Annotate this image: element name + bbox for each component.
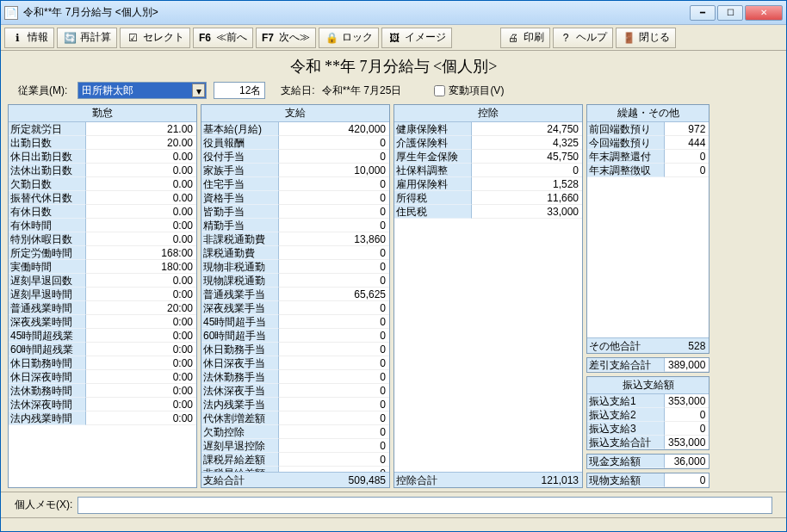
payment-value[interactable]: 420,000 [279, 122, 389, 136]
payment-value[interactable]: 0 [279, 453, 389, 467]
deduction-value[interactable]: 0 [472, 164, 582, 177]
payment-label: 普通残業手当 [201, 288, 279, 301]
payment-row: 家族手当10,000 [201, 164, 389, 177]
help-button[interactable]: ?ヘルプ [553, 28, 613, 48]
memo-input[interactable] [77, 497, 772, 514]
carryover-value[interactable]: 0 [665, 164, 709, 177]
variable-checkbox[interactable] [434, 85, 445, 96]
carryover-label: 年末調整還付 [587, 150, 665, 164]
payment-value[interactable]: 0 [279, 329, 389, 343]
attendance-value[interactable]: 0:00 [86, 398, 196, 411]
payment-value[interactable]: 65,625 [279, 288, 389, 301]
payment-label: 法休深夜手当 [201, 384, 279, 398]
attendance-value[interactable]: 0:00 [86, 356, 196, 370]
payment-value[interactable]: 0 [279, 315, 389, 329]
payment-value[interactable]: 0 [279, 150, 389, 164]
attendance-value[interactable]: 0.00 [86, 150, 196, 164]
payment-value[interactable]: 0 [279, 356, 389, 370]
maximize-button[interactable]: ☐ [717, 5, 743, 21]
deduction-value[interactable]: 11,660 [472, 191, 582, 205]
titlebar: 📄 令和**年 7月分給与 <個人別> ━ ☐ ✕ [1, 1, 786, 25]
payment-value[interactable]: 0 [279, 260, 389, 274]
payment-value[interactable]: 0 [279, 246, 389, 260]
deduction-header: 控除 [394, 105, 582, 122]
transfer-value[interactable]: 0 [665, 422, 709, 436]
deduction-value[interactable]: 4,325 [472, 136, 582, 150]
payment-value[interactable]: 0 [279, 439, 389, 453]
attendance-value[interactable]: 0.00 [86, 191, 196, 205]
app-window: 📄 令和**年 7月分給与 <個人別> ━ ☐ ✕ ℹ情報 🔄再計算 ☑セレクト… [0, 0, 787, 532]
carryover-value[interactable]: 0 [665, 150, 709, 164]
payment-value[interactable]: 0 [279, 411, 389, 425]
attendance-value[interactable]: 180:00 [86, 260, 196, 274]
deduction-value[interactable]: 24,750 [472, 122, 582, 136]
chevron-down-icon: ▾ [192, 84, 205, 97]
attendance-value[interactable]: 20.00 [86, 136, 196, 150]
attendance-value[interactable]: 0:00 [86, 329, 196, 343]
deduction-value[interactable]: 33,000 [472, 205, 582, 219]
minimize-button[interactable]: ━ [690, 5, 716, 21]
payment-value[interactable]: 0 [279, 301, 389, 315]
attendance-value[interactable]: 0:00 [86, 315, 196, 329]
transfer-value[interactable]: 0 [665, 408, 709, 422]
payment-value[interactable]: 0 [279, 398, 389, 411]
attendance-value[interactable]: 0:00 [86, 384, 196, 398]
deduction-value[interactable]: 1,528 [472, 177, 582, 191]
prev-button[interactable]: F6≪前へ [193, 28, 253, 48]
next-button[interactable]: F7次へ≫ [256, 28, 316, 48]
payment-value[interactable]: 13,860 [279, 232, 389, 246]
payment-value[interactable]: 0 [279, 191, 389, 205]
deduction-row: 所得税11,660 [394, 191, 582, 205]
attendance-value[interactable]: 0:00 [86, 288, 196, 301]
payment-value[interactable]: 0 [279, 177, 389, 191]
attendance-value[interactable]: 0.00 [86, 232, 196, 246]
attendance-value[interactable]: 21.00 [86, 122, 196, 136]
payment-value[interactable]: 0 [279, 205, 389, 219]
carryover-value[interactable]: 444 [665, 136, 709, 150]
deduction-label: 健康保険料 [394, 122, 472, 136]
attendance-value[interactable]: 0.00 [86, 177, 196, 191]
carryover-panel: 繰越・その他 前回端数預り972今回端数預り444年末調整還付0年末調整徴収0 … [586, 104, 710, 354]
attendance-value[interactable]: 0:00 [86, 411, 196, 425]
attendance-value[interactable]: 0.00 [86, 164, 196, 177]
footer: 個人メモ(X): [1, 492, 786, 517]
lock-button[interactable]: 🔒ロック [319, 28, 379, 48]
payment-value[interactable]: 0 [279, 219, 389, 232]
transfer-value[interactable]: 353,000 [665, 436, 709, 449]
attendance-value[interactable]: 0.00 [86, 274, 196, 288]
payment-value[interactable]: 0 [279, 274, 389, 288]
select-button[interactable]: ☑セレクト [120, 28, 190, 48]
deduction-row: 雇用保険料1,528 [394, 177, 582, 191]
payment-value[interactable]: 0 [279, 136, 389, 150]
deduction-value[interactable]: 45,750 [472, 150, 582, 164]
attendance-value[interactable]: 0:00 [86, 219, 196, 232]
payment-label: 精勤手当 [201, 219, 279, 232]
close-x-button[interactable]: ✕ [745, 5, 783, 21]
payment-value[interactable]: 0 [279, 425, 389, 439]
attendance-value[interactable]: 0.00 [86, 205, 196, 219]
net-value: 389,000 [665, 358, 709, 372]
close-button[interactable]: 🚪閉じる [616, 28, 676, 48]
attendance-row: 振替代休日数0.00 [9, 191, 196, 205]
image-button[interactable]: 🖼イメージ [381, 28, 452, 48]
recalc-button[interactable]: 🔄再計算 [57, 28, 117, 48]
deduction-total-label: 控除合計 [394, 473, 472, 487]
info-button[interactable]: ℹ情報 [4, 28, 54, 48]
payment-value[interactable]: 10,000 [279, 164, 389, 177]
attendance-value[interactable]: 168:00 [86, 246, 196, 260]
payment-value[interactable]: 0 [279, 343, 389, 356]
attendance-value[interactable]: 0:00 [86, 343, 196, 356]
payment-value[interactable]: 0 [279, 384, 389, 398]
deduction-total-row: 控除合計 121,013 [394, 472, 582, 487]
attendance-label: 法休深夜時間 [9, 398, 86, 411]
attendance-row: 休日深夜時間0:00 [9, 370, 196, 384]
carryover-header: 繰越・その他 [587, 105, 709, 122]
transfer-value[interactable]: 353,000 [665, 394, 709, 408]
meta-row: 従業員(M): 田所耕太郎 ▾ 12名 支給日: 令和**年 7月25日 変動項… [1, 80, 786, 104]
print-button[interactable]: 🖨印刷 [500, 28, 550, 48]
employee-select[interactable]: 田所耕太郎 ▾ [77, 82, 207, 99]
attendance-value[interactable]: 0:00 [86, 370, 196, 384]
carryover-value[interactable]: 972 [665, 122, 709, 136]
payment-value[interactable]: 0 [279, 370, 389, 384]
attendance-value[interactable]: 20:00 [86, 301, 196, 315]
